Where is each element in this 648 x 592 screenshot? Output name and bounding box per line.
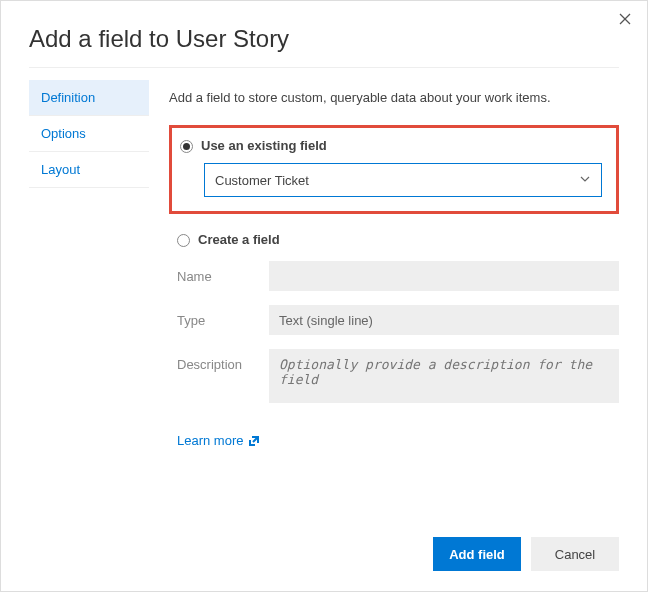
existing-field-select-value: Customer Ticket	[215, 173, 309, 188]
add-field-dialog: Add a field to User Story Definition Opt…	[0, 0, 648, 592]
cancel-button[interactable]: Cancel	[531, 537, 619, 571]
create-field-radio-label: Create a field	[198, 232, 280, 247]
use-existing-radio-label: Use an existing field	[201, 138, 327, 153]
use-existing-radio-row[interactable]: Use an existing field	[180, 138, 602, 153]
name-label: Name	[177, 261, 269, 284]
intro-text: Add a field to store custom, queryable d…	[169, 90, 619, 105]
type-label: Type	[177, 305, 269, 328]
close-icon	[619, 13, 631, 25]
description-input[interactable]	[269, 349, 619, 403]
add-field-button[interactable]: Add field	[433, 537, 521, 571]
existing-field-select[interactable]: Customer Ticket	[204, 163, 602, 197]
tab-options[interactable]: Options	[29, 116, 149, 152]
description-label: Description	[177, 349, 269, 372]
dialog-footer: Add field Cancel	[433, 537, 619, 571]
create-field-radio-row[interactable]: Create a field	[177, 232, 619, 247]
header-divider	[29, 67, 619, 68]
learn-more-link[interactable]: Learn more	[177, 433, 259, 448]
type-select[interactable]	[269, 305, 619, 335]
create-field-section: Create a field Name Type Description	[169, 232, 619, 403]
dialog-header: Add a field to User Story	[1, 1, 647, 67]
tab-layout[interactable]: Layout	[29, 152, 149, 188]
create-field-radio[interactable]	[177, 234, 190, 247]
tab-definition[interactable]: Definition	[29, 80, 149, 116]
learn-more-label: Learn more	[177, 433, 243, 448]
sidebar: Definition Options Layout	[29, 80, 149, 448]
chevron-down-icon	[579, 173, 591, 188]
external-link-icon	[249, 436, 259, 446]
name-input[interactable]	[269, 261, 619, 291]
close-button[interactable]	[615, 9, 635, 29]
dialog-title: Add a field to User Story	[29, 25, 619, 53]
content-panel: Add a field to store custom, queryable d…	[149, 80, 619, 448]
use-existing-radio[interactable]	[180, 140, 193, 153]
existing-field-highlight: Use an existing field Customer Ticket	[169, 125, 619, 214]
